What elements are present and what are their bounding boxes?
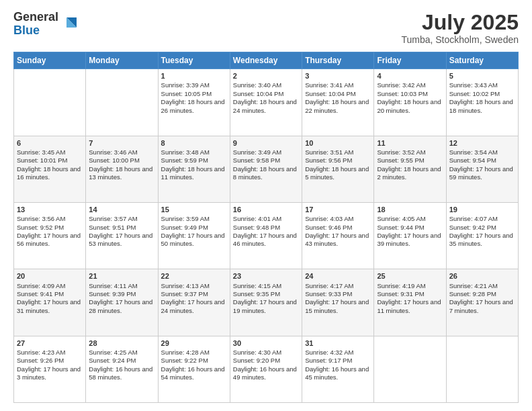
day-info: Daylight: 18 hours and 18 minutes. bbox=[449, 98, 515, 115]
day-info: Sunrise: 3:49 AM bbox=[233, 148, 299, 156]
day-info: Daylight: 17 hours and 39 minutes. bbox=[377, 232, 443, 248]
day-number: 21 bbox=[89, 271, 154, 281]
day-info: Sunset: 9:55 PM bbox=[377, 156, 443, 165]
calendar-cell: 27Sunrise: 4:23 AMSunset: 9:26 PMDayligh… bbox=[14, 336, 86, 402]
day-info: Daylight: 17 hours and 59 minutes. bbox=[449, 165, 515, 182]
day-info: Sunrise: 3:52 AM bbox=[377, 148, 443, 156]
day-info: Daylight: 16 hours and 58 minutes. bbox=[89, 365, 154, 382]
calendar-cell: 23Sunrise: 4:15 AMSunset: 9:35 PMDayligh… bbox=[230, 269, 302, 336]
calendar-cell: 16Sunrise: 4:01 AMSunset: 9:48 PMDayligh… bbox=[230, 202, 302, 269]
day-info: Sunrise: 3:54 AM bbox=[449, 148, 515, 156]
logo: General Blue bbox=[13, 11, 80, 38]
calendar-cell: 21Sunrise: 4:11 AMSunset: 9:39 PMDayligh… bbox=[86, 269, 158, 336]
day-info: Sunrise: 4:21 AM bbox=[449, 282, 515, 290]
day-info: Sunset: 9:20 PM bbox=[233, 357, 299, 365]
day-number: 20 bbox=[17, 271, 83, 281]
day-info: Sunrise: 4:25 AM bbox=[89, 349, 154, 357]
calendar-week-5: 27Sunrise: 4:23 AMSunset: 9:26 PMDayligh… bbox=[14, 336, 519, 402]
col-saturday: Saturday bbox=[446, 52, 518, 69]
logo-blue: Blue bbox=[13, 24, 58, 38]
day-number: 9 bbox=[233, 138, 299, 148]
day-info: Sunset: 9:46 PM bbox=[305, 224, 371, 232]
calendar-cell: 14Sunrise: 3:57 AMSunset: 9:51 PMDayligh… bbox=[86, 202, 158, 269]
calendar-header-row: Sunday Monday Tuesday Wednesday Thursday… bbox=[14, 52, 519, 69]
calendar-cell: 18Sunrise: 4:05 AMSunset: 9:44 PMDayligh… bbox=[374, 202, 446, 269]
calendar-cell: 8Sunrise: 3:48 AMSunset: 9:59 PMDaylight… bbox=[158, 136, 230, 202]
day-info: Daylight: 17 hours and 3 minutes. bbox=[17, 365, 83, 382]
day-info: Sunrise: 4:15 AM bbox=[233, 282, 299, 290]
calendar-cell: 22Sunrise: 4:13 AMSunset: 9:37 PMDayligh… bbox=[158, 269, 230, 336]
calendar-week-2: 6Sunrise: 3:45 AMSunset: 10:01 PMDayligh… bbox=[14, 136, 519, 202]
day-info: Sunrise: 4:13 AM bbox=[161, 282, 227, 290]
day-info: Sunrise: 4:17 AM bbox=[305, 282, 371, 290]
day-number: 8 bbox=[161, 138, 227, 148]
calendar-cell: 2Sunrise: 3:40 AMSunset: 10:04 PMDayligh… bbox=[230, 69, 302, 136]
day-info: Sunset: 9:41 PM bbox=[17, 290, 83, 298]
calendar-cell: 13Sunrise: 3:56 AMSunset: 9:52 PMDayligh… bbox=[14, 202, 86, 269]
day-number: 13 bbox=[17, 205, 83, 214]
day-number: 24 bbox=[305, 271, 371, 281]
calendar-week-3: 13Sunrise: 3:56 AMSunset: 9:52 PMDayligh… bbox=[14, 202, 519, 269]
calendar-cell: 12Sunrise: 3:54 AMSunset: 9:54 PMDayligh… bbox=[446, 136, 518, 202]
page: General Blue July 2025 Tumba, Stockholm,… bbox=[0, 0, 532, 411]
calendar-cell: 29Sunrise: 4:28 AMSunset: 9:22 PMDayligh… bbox=[158, 336, 230, 402]
day-info: Daylight: 17 hours and 46 minutes. bbox=[233, 232, 299, 248]
day-info: Daylight: 18 hours and 20 minutes. bbox=[377, 98, 443, 115]
calendar-cell: 31Sunrise: 4:32 AMSunset: 9:17 PMDayligh… bbox=[302, 336, 374, 402]
day-number: 29 bbox=[161, 338, 227, 348]
day-info: Sunrise: 4:30 AM bbox=[233, 349, 299, 357]
day-info: Daylight: 18 hours and 5 minutes. bbox=[305, 165, 371, 182]
col-sunday: Sunday bbox=[14, 52, 86, 69]
day-info: Sunset: 10:03 PM bbox=[377, 90, 443, 98]
day-number: 23 bbox=[233, 271, 299, 281]
calendar-cell bbox=[446, 336, 518, 402]
day-info: Sunrise: 4:09 AM bbox=[17, 282, 83, 290]
day-info: Sunset: 9:31 PM bbox=[377, 290, 443, 298]
calendar-cell bbox=[14, 69, 86, 136]
day-info: Daylight: 17 hours and 7 minutes. bbox=[449, 298, 515, 315]
day-info: Sunrise: 4:05 AM bbox=[377, 215, 443, 223]
day-number: 18 bbox=[377, 205, 443, 214]
col-friday: Friday bbox=[374, 52, 446, 69]
day-info: Sunset: 9:56 PM bbox=[305, 156, 371, 165]
day-info: Daylight: 16 hours and 54 minutes. bbox=[161, 365, 227, 382]
day-number: 26 bbox=[449, 271, 515, 281]
day-number: 10 bbox=[305, 138, 371, 148]
day-info: Sunset: 9:28 PM bbox=[449, 290, 515, 298]
day-info: Sunrise: 3:40 AM bbox=[233, 81, 299, 89]
col-monday: Monday bbox=[86, 52, 158, 69]
day-info: Sunset: 10:00 PM bbox=[89, 156, 154, 165]
day-info: Sunset: 9:52 PM bbox=[17, 224, 83, 232]
day-number: 2 bbox=[233, 71, 299, 81]
day-number: 30 bbox=[233, 338, 299, 348]
day-info: Daylight: 17 hours and 11 minutes. bbox=[377, 298, 443, 315]
day-info: Daylight: 18 hours and 11 minutes. bbox=[161, 165, 227, 182]
location: Tumba, Stockholm, Sweden bbox=[401, 34, 519, 45]
day-info: Sunrise: 3:39 AM bbox=[161, 81, 227, 89]
day-info: Sunset: 9:24 PM bbox=[89, 357, 154, 365]
day-info: Sunset: 9:51 PM bbox=[89, 224, 154, 232]
day-info: Sunrise: 4:07 AM bbox=[449, 215, 515, 223]
calendar-cell: 19Sunrise: 4:07 AMSunset: 9:42 PMDayligh… bbox=[446, 202, 518, 269]
col-wednesday: Wednesday bbox=[230, 52, 302, 69]
day-info: Sunrise: 3:41 AM bbox=[305, 81, 371, 89]
day-info: Daylight: 16 hours and 49 minutes. bbox=[233, 365, 299, 382]
day-info: Sunrise: 4:23 AM bbox=[17, 349, 83, 357]
day-info: Sunset: 9:54 PM bbox=[449, 156, 515, 165]
calendar-cell: 25Sunrise: 4:19 AMSunset: 9:31 PMDayligh… bbox=[374, 269, 446, 336]
calendar-cell bbox=[86, 69, 158, 136]
day-info: Daylight: 17 hours and 19 minutes. bbox=[233, 298, 299, 315]
calendar-cell: 7Sunrise: 3:46 AMSunset: 10:00 PMDayligh… bbox=[86, 136, 158, 202]
day-info: Sunrise: 3:43 AM bbox=[449, 81, 515, 89]
day-info: Sunset: 9:35 PM bbox=[233, 290, 299, 298]
day-info: Sunrise: 3:46 AM bbox=[89, 148, 154, 156]
day-info: Daylight: 18 hours and 26 minutes. bbox=[161, 98, 227, 115]
day-info: Daylight: 17 hours and 28 minutes. bbox=[89, 298, 154, 315]
day-info: Daylight: 18 hours and 24 minutes. bbox=[233, 98, 299, 115]
calendar-week-1: 1Sunrise: 3:39 AMSunset: 10:05 PMDayligh… bbox=[14, 69, 519, 136]
day-info: Sunset: 10:04 PM bbox=[233, 90, 299, 98]
day-info: Sunset: 10:05 PM bbox=[161, 90, 227, 98]
day-number: 19 bbox=[449, 205, 515, 214]
day-number: 7 bbox=[89, 138, 154, 148]
calendar-cell: 6Sunrise: 3:45 AMSunset: 10:01 PMDayligh… bbox=[14, 136, 86, 202]
